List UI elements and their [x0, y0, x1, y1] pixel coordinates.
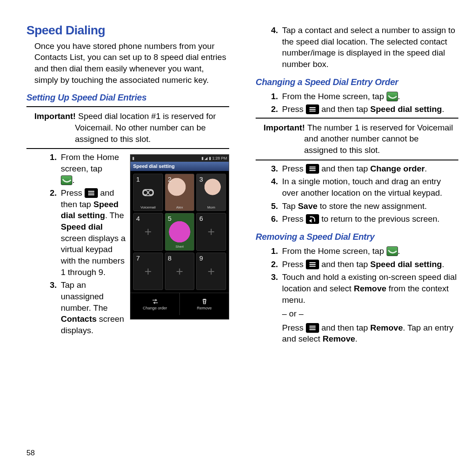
- cell-8[interactable]: 8+: [165, 253, 195, 290]
- important-label: Important!: [34, 112, 78, 121]
- phone-icon: [61, 175, 72, 185]
- cell-3[interactable]: 3Mom: [196, 174, 226, 211]
- rstep-3: Touch and hold a existing on-screen spee…: [280, 271, 458, 345]
- important-line: assigned to this slot.: [75, 134, 229, 145]
- important-line: Voicemail. No other number can be: [75, 122, 229, 134]
- divider: [256, 160, 458, 160]
- plus-icon: +: [208, 223, 215, 240]
- divider: [256, 118, 458, 119]
- setup-steps-cont: Tap a contact and select a number to ass…: [256, 25, 458, 70]
- important-line: Speed dial location #1 is reserved for: [78, 112, 216, 121]
- cstep-4: In a single motion, touch and drag an en…: [280, 176, 458, 198]
- change-steps: From the Home screen, tap . Press and th…: [256, 91, 458, 115]
- divider: [26, 106, 229, 107]
- back-icon: [306, 214, 319, 224]
- cstep-3: Press and then tap Change order.: [280, 163, 458, 175]
- divider: [26, 148, 229, 149]
- cell-6[interactable]: 6+: [196, 213, 226, 250]
- menu-icon: [306, 323, 319, 333]
- cstep-5: Tap Save to store the new assignment.: [280, 201, 458, 212]
- plus-icon: +: [145, 263, 152, 280]
- cell-4[interactable]: 4+: [133, 213, 163, 250]
- cell-7[interactable]: 7+: [133, 253, 163, 290]
- signal-icon: ▮ ◢ ▮: [201, 156, 211, 160]
- phone-icon: [387, 246, 398, 256]
- rstep-2: Press and then tap Speed dial setting.: [280, 259, 458, 270]
- trash-icon: [201, 298, 208, 305]
- intro-text: Once you have stored phone numbers from …: [34, 41, 229, 86]
- remove-button[interactable]: Remove: [180, 293, 229, 315]
- page-title: Speed Dialing: [26, 22, 229, 39]
- status-left: ▮: [132, 156, 134, 161]
- cell-5[interactable]: 5Sheri: [165, 213, 195, 250]
- plus-icon: +: [176, 263, 183, 280]
- menu-icon: [306, 260, 319, 269]
- remove-steps: From the Home screen, tap . Press and th…: [256, 245, 458, 345]
- important-note-2: Important! The number 1 is reserved for …: [264, 122, 458, 156]
- voicemail-icon: [142, 189, 154, 196]
- or-separator: – or –: [282, 308, 458, 320]
- page-number: 58: [26, 449, 35, 457]
- speed-dial-screenshot: ▮ ▮ ◢ ▮ 1:28 PM Speed dial setting 1Voic…: [130, 154, 229, 320]
- cell-2[interactable]: 2Alex: [165, 174, 195, 211]
- cell-9[interactable]: 9+: [196, 253, 226, 290]
- cstep-6: Press to return to the previous screen.: [280, 213, 458, 225]
- menu-icon: [306, 104, 319, 114]
- sub-setting: Setting Up Speed Dial Entries: [26, 92, 229, 104]
- phone-icon: [387, 92, 398, 101]
- cell-1-voicemail[interactable]: 1Voicemail: [133, 174, 163, 211]
- plus-icon: +: [145, 223, 152, 240]
- cstep-2: Press and then tap Speed dial setting.: [280, 104, 458, 115]
- change-order-icon: [151, 298, 159, 305]
- rstep-1: From the Home screen, tap .: [280, 245, 458, 257]
- sub-change: Changing a Speed Dial Entry Order: [256, 76, 458, 88]
- change-steps-cont: Press and then tap Change order. In a si…: [256, 163, 458, 225]
- sub-remove: Removing a Speed Dial Entry: [256, 231, 458, 243]
- menu-icon: [306, 164, 319, 174]
- important-note-1: Important! Speed dial location #1 is res…: [34, 111, 229, 145]
- cstep-1: From the Home screen, tap .: [280, 91, 458, 102]
- menu-icon: [85, 188, 98, 198]
- status-time: 1:28 PM: [212, 156, 227, 160]
- step-4: Tap a contact and select a number to ass…: [280, 25, 458, 70]
- screenshot-title: Speed dial setting: [130, 162, 229, 171]
- change-order-button[interactable]: Change order: [130, 293, 180, 315]
- plus-icon: +: [208, 263, 215, 280]
